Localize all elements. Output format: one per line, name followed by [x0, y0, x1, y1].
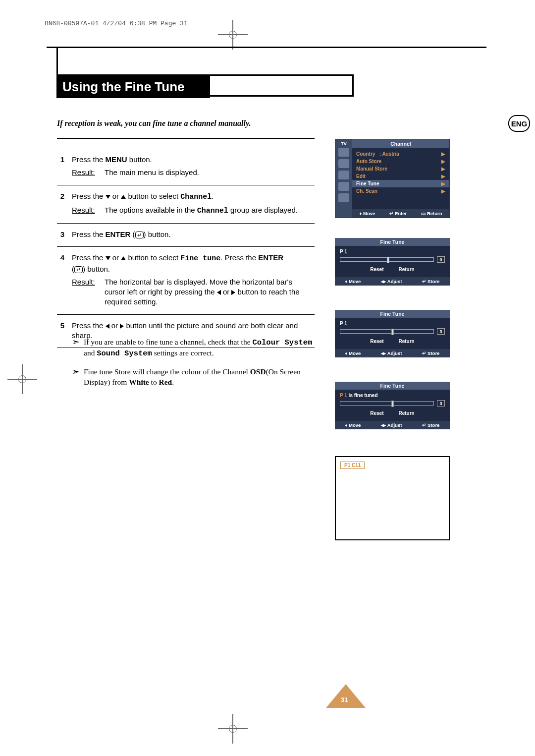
osd-value: 3	[437, 328, 445, 335]
sidebar-icon	[338, 159, 349, 168]
osd-reset: Reset	[370, 267, 383, 272]
osd-fine-tune-0: Fine Tune P 1 0 Reset Return ♦ Move ◂▸ A…	[335, 238, 450, 286]
vertical-rule	[56, 47, 58, 74]
crop-mark-left	[7, 364, 37, 394]
finetune-mono: Fine tune	[180, 254, 220, 263]
down-triangle-icon	[106, 256, 110, 260]
osd-menu-row: Edit▶	[356, 173, 445, 180]
step-2: 2 Press the or button to select Channel.…	[57, 185, 315, 224]
crop-mark-bottom	[218, 714, 248, 744]
osd-slider-row: 3	[340, 328, 445, 335]
osd-menu-row: Ch. Scan▶	[356, 187, 445, 195]
sidebar-icon	[338, 171, 349, 179]
channel-mono: Channel	[197, 207, 228, 215]
enter-icon: ↵	[74, 266, 83, 273]
osd-fine-tune-3: Fine Tune P 1 3 Reset Return ♦ Move ◂▸ A…	[335, 310, 450, 357]
osd-p1: P 1	[340, 321, 445, 326]
tv-preview-box: P1 C11	[335, 456, 450, 540]
sidebar-icon	[338, 193, 349, 202]
step-body: Press the or button to select Fine tune.…	[72, 253, 315, 307]
osd-title: Channel	[352, 139, 449, 148]
sound-system-mono: Sound System	[97, 349, 152, 358]
osd-slider	[340, 329, 434, 334]
intro-text: If reception is weak, you can fine tune …	[57, 119, 315, 139]
text: button to select	[126, 253, 180, 262]
text: or	[110, 253, 121, 262]
osd-p1: P 1	[340, 249, 445, 254]
osd-p1-tuned: P 1 is fine tuned	[340, 393, 445, 398]
text: Press the	[72, 192, 106, 200]
osd-adjust: ◂▸ Adjust	[381, 279, 402, 284]
text: settings are correct.	[152, 349, 214, 357]
step-number: 2	[57, 191, 72, 217]
result-label: Result:	[72, 168, 105, 177]
language-badge: ENG	[508, 115, 530, 132]
note-marker-icon: ➣	[72, 337, 84, 359]
osd-title: Fine Tune	[335, 238, 450, 246]
enter-bold: ENTER	[106, 230, 131, 238]
osd-body: Country : Austria▶Auto Store▶Manual Stor…	[352, 148, 449, 209]
step-body: Press the MENU button. Result: The main …	[72, 155, 315, 178]
result-text: The horizontal bar is displayed. Move th…	[105, 277, 315, 307]
text: .	[212, 192, 214, 200]
step-body: Press the ENTER (↵) button.	[72, 230, 315, 239]
osd-move: ♦ Move	[360, 211, 375, 216]
white-bold: White	[129, 378, 149, 386]
osd-channel-menu: TV Channel Country : Austria▶Auto Store▶…	[335, 139, 450, 218]
text: Press the	[72, 155, 106, 164]
note-text: Fine tune Store will change the colour o…	[84, 367, 315, 388]
print-header: BN68-00597A-01 4/2/04 6:38 PM Page 31	[45, 20, 188, 27]
osd-move: ♦ Move	[345, 422, 361, 428]
text: or	[110, 192, 121, 200]
down-triangle-icon	[106, 195, 110, 199]
osd-return: Return	[399, 339, 415, 344]
step-number: 3	[57, 230, 72, 239]
note-marker-icon: ➣	[72, 367, 84, 388]
crop-mark-top	[218, 20, 248, 50]
channel-mono: Channel	[180, 193, 212, 201]
osd-value: 3	[437, 400, 445, 407]
title-box: Using the Fine Tune	[56, 74, 354, 97]
text: Press the	[72, 253, 106, 262]
result-text: The options available in the Channel gro…	[105, 205, 298, 216]
osd-main: Channel Country : Austria▶Auto Store▶Man…	[352, 139, 449, 218]
osd-store: ↵ Store	[422, 279, 439, 284]
osd-return: ▭ Return	[421, 211, 442, 216]
osd-store: ↵ Store	[422, 422, 439, 428]
text: to	[149, 378, 159, 386]
osd-adjust: ◂▸ Adjust	[381, 350, 402, 356]
osd-reset: Reset	[370, 339, 383, 344]
osd-footer: ♦ Move ↵ Enter ▭ Return	[352, 209, 449, 218]
step-body: Press the or button to select Channel. R…	[72, 191, 315, 217]
osd-move: ♦ Move	[345, 350, 361, 356]
osd-enter: ↵ Enter	[389, 211, 407, 216]
osd-title: Fine Tune	[335, 310, 450, 318]
result-label: Result:	[72, 205, 105, 216]
text: or	[221, 288, 232, 296]
red-bold: Red	[159, 378, 172, 386]
step-3: 3 Press the ENTER (↵) button.	[57, 224, 315, 247]
step-number: 5	[57, 321, 72, 341]
osd-sidebar: TV	[335, 139, 352, 218]
text: button.	[127, 155, 152, 164]
text: .	[172, 378, 174, 386]
text: Fine tune Store will change the colour o…	[84, 367, 250, 376]
page-title: Using the Fine Tune	[56, 76, 210, 98]
text: ) button.	[144, 230, 171, 238]
text: Press the	[72, 230, 106, 238]
osd-slider	[340, 257, 434, 262]
osd-move: ♦ Move	[345, 279, 361, 284]
text: (	[130, 230, 135, 238]
osd-slider-row: 0	[340, 256, 445, 263]
osd-value: 0	[437, 256, 445, 263]
menu-bold: MENU	[106, 155, 127, 164]
channel-osd-pill: P1 C11	[340, 462, 365, 469]
text: button to select	[126, 192, 180, 200]
left-triangle-icon	[217, 290, 221, 295]
osd-reset: Reset	[370, 410, 383, 416]
osd-store: ↵ Store	[422, 350, 439, 356]
osd-slider	[340, 401, 434, 406]
sidebar-icon	[338, 182, 349, 191]
page-number: 31	[341, 696, 348, 703]
osd-menu-row: Auto Store▶	[356, 158, 445, 165]
